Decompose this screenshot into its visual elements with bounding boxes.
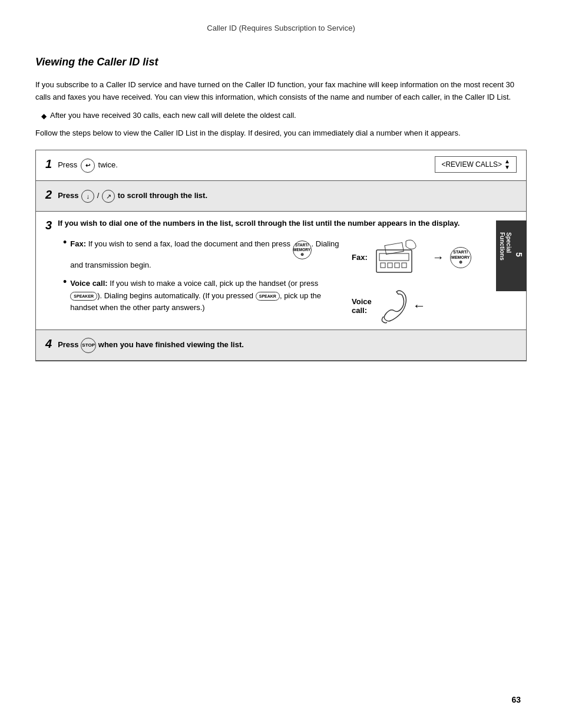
step-2-text: to scroll through the list. bbox=[118, 191, 207, 200]
page-header: Caller ID (Requires Subscription to Serv… bbox=[0, 0, 562, 38]
step-1-text-before: Press bbox=[58, 160, 80, 169]
step-4-row: 4 Press STOP when you have finished view… bbox=[36, 330, 526, 361]
step-2-content: Press ↓ / ↗ to scroll through the list. bbox=[58, 190, 517, 203]
step-2-press-label: Press bbox=[58, 191, 81, 200]
step-2-number: 2 bbox=[45, 188, 52, 202]
fax-sub-bullet: • Fax: If you wish to send a fax, load t… bbox=[63, 238, 342, 272]
fax-dot: • bbox=[63, 237, 67, 272]
section-title: Viewing the Caller ID list bbox=[35, 56, 527, 68]
page-container: Caller ID (Requires Subscription to Serv… bbox=[0, 0, 562, 728]
svg-rect-6 bbox=[385, 243, 404, 255]
start-memory-diagram-btn: START/MEMORY⊕ bbox=[450, 247, 471, 268]
svg-rect-4 bbox=[395, 263, 399, 268]
voice-text: Voice call: If you wish to make a voice … bbox=[70, 278, 342, 314]
step-1-text-after: twice. bbox=[98, 160, 118, 169]
step-3-header: 3 If you wish to dial one of the numbers… bbox=[45, 218, 517, 232]
down-arrow-key: ↓ bbox=[81, 190, 94, 203]
header-title: Caller ID (Requires Subscription to Serv… bbox=[207, 24, 355, 32]
intro-text: If you subscribe to a Caller ID service … bbox=[35, 79, 527, 104]
step-1-number: 1 bbox=[45, 157, 52, 171]
step-3-left: • Fax: If you wish to send a fax, load t… bbox=[45, 238, 342, 324]
recall-button-icon: ↩ bbox=[81, 159, 95, 173]
side-tab: 5 Special Functions bbox=[496, 220, 527, 291]
step-3-body: • Fax: If you wish to send a fax, load t… bbox=[45, 238, 517, 324]
fax-text: Fax: If you wish to send a fax, load the… bbox=[70, 238, 342, 272]
note-text: After you have received 30 calls, each n… bbox=[50, 111, 296, 120]
fax-diagram: Fax: bbox=[352, 238, 517, 276]
step-3-header-text: If you wish to dial one of the numbers i… bbox=[58, 218, 517, 229]
main-content: Viewing the Caller ID list If you subscr… bbox=[0, 38, 562, 403]
svg-rect-3 bbox=[388, 263, 392, 268]
svg-rect-2 bbox=[381, 263, 385, 268]
step-1-row: 1 Press ↩ twice. <REVIEW CALLS> ▲ ▼ bbox=[36, 150, 526, 181]
display-text: <REVIEW CALLS> bbox=[441, 160, 502, 169]
step-3-row: 3 If you wish to dial one of the numbers… bbox=[36, 212, 526, 330]
voice-dot: • bbox=[63, 276, 67, 314]
side-tab-text: Special Functions bbox=[499, 232, 512, 279]
step-3-number: 3 bbox=[45, 219, 52, 232]
step-4-content: Press STOP when you have finished viewin… bbox=[58, 338, 517, 353]
voice-arrow: ← bbox=[413, 298, 426, 314]
side-tab-number: 5 bbox=[514, 252, 524, 257]
speakr-btn-icon: SPEAKR bbox=[256, 292, 280, 301]
step-4-text: when you have finished viewing the list. bbox=[98, 340, 244, 349]
fax-diagram-label: Fax: bbox=[352, 253, 368, 262]
steps-box: 1 Press ↩ twice. <REVIEW CALLS> ▲ ▼ 2 bbox=[35, 150, 527, 361]
step-3-right: Fax: bbox=[352, 238, 517, 324]
step-2-separator: / bbox=[97, 191, 101, 200]
start-memory-fax-btn: START/MEMORY⊕ bbox=[293, 241, 312, 259]
scroll-arrows-icon: ▲ ▼ bbox=[504, 159, 510, 170]
follow-text: Follow the steps below to view the Calle… bbox=[35, 127, 527, 140]
step-3-bold-text: If you wish to dial one of the numbers i… bbox=[58, 219, 459, 228]
stop-button-icon: STOP bbox=[81, 338, 96, 353]
voice-sub-bullet: • Voice call: If you wish to make a voic… bbox=[63, 278, 342, 314]
fax-arrow-right: → bbox=[432, 251, 444, 264]
page-number: 63 bbox=[511, 695, 521, 704]
diamond-icon: ◆ bbox=[41, 112, 47, 120]
svg-rect-5 bbox=[402, 263, 406, 268]
voice-diagram: Voicecall: ← bbox=[352, 288, 517, 324]
step-4-press: Press bbox=[58, 340, 81, 349]
svg-rect-1 bbox=[379, 253, 409, 261]
voice-label: Voicecall: bbox=[352, 297, 372, 315]
step-2-row: 2 Press ↓ / ↗ to scroll through the list… bbox=[36, 181, 526, 212]
step-4-number: 4 bbox=[45, 337, 52, 351]
fax-machine-icon bbox=[373, 238, 427, 276]
review-calls-display: <REVIEW CALLS> ▲ ▼ bbox=[435, 156, 517, 173]
up-arrow-key: ↗ bbox=[102, 190, 115, 203]
speaker-btn-icon: SPEAKER bbox=[70, 292, 97, 301]
bullet-note: ◆ After you have received 30 calls, each… bbox=[35, 111, 527, 120]
phone-handset-icon bbox=[378, 288, 407, 324]
